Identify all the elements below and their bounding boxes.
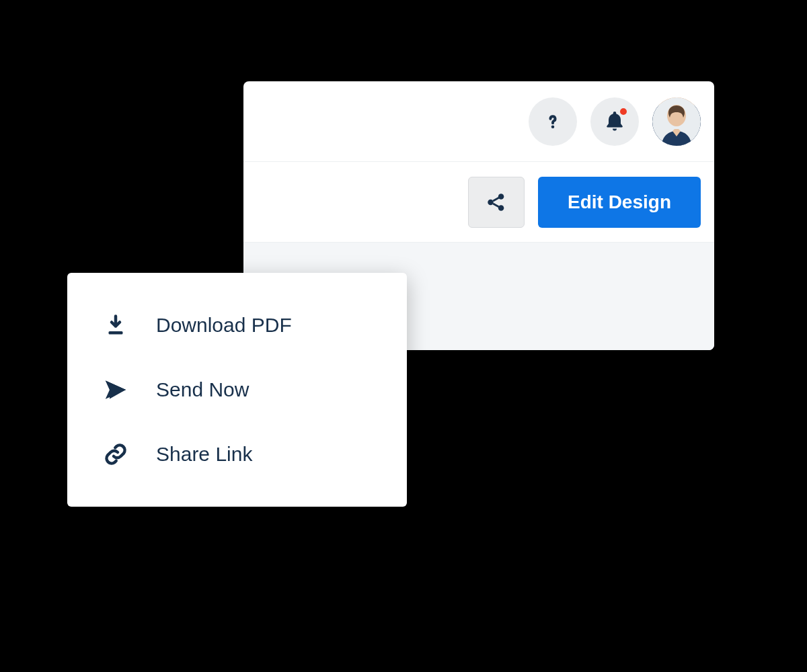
avatar[interactable] <box>652 97 701 146</box>
menu-item-send-now[interactable]: Send Now <box>67 358 407 422</box>
question-icon <box>541 110 564 133</box>
svg-rect-6 <box>109 331 123 335</box>
menu-item-share-link[interactable]: Share Link <box>67 422 407 487</box>
help-button[interactable] <box>529 97 577 146</box>
share-button[interactable] <box>468 177 525 228</box>
edit-design-label: Edit Design <box>568 192 671 213</box>
menu-label-link: Share Link <box>156 443 252 466</box>
svg-point-0 <box>551 125 555 128</box>
menu-label-download: Download PDF <box>156 314 292 337</box>
header-bar <box>243 81 714 162</box>
link-icon <box>102 441 129 468</box>
send-icon <box>102 376 129 403</box>
share-icon <box>485 191 508 214</box>
toolbar: Edit Design <box>243 162 714 243</box>
svg-point-3 <box>488 199 494 205</box>
share-dropdown-menu: Download PDF Send Now Share Link <box>67 273 407 507</box>
menu-label-send: Send Now <box>156 378 249 401</box>
menu-item-download-pdf[interactable]: Download PDF <box>67 293 407 358</box>
notification-badge <box>619 107 628 116</box>
edit-design-button[interactable]: Edit Design <box>538 177 701 228</box>
notifications-button[interactable] <box>590 97 639 146</box>
download-icon <box>102 312 129 339</box>
